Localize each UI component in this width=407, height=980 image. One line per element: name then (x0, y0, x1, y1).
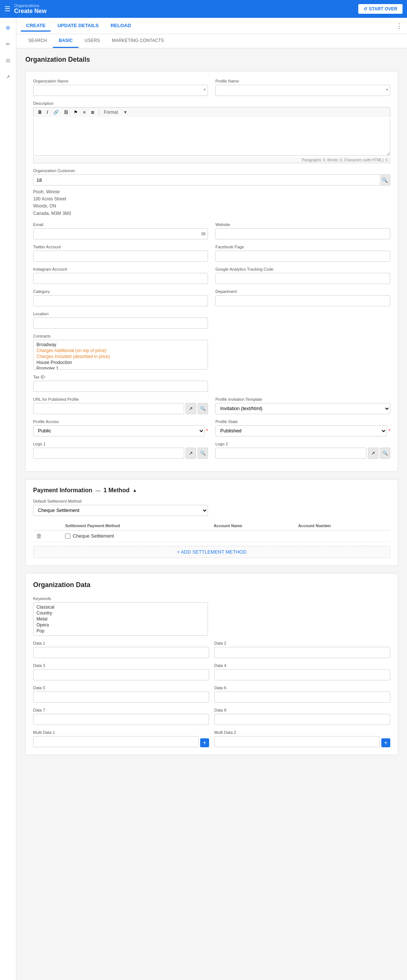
data5-input[interactable] (33, 692, 209, 703)
toolbar-separator (99, 109, 99, 115)
data6-input[interactable] (214, 692, 390, 703)
reload-button[interactable]: RELOAD (105, 21, 136, 32)
data8-input[interactable] (214, 714, 390, 725)
department-input[interactable] (215, 295, 390, 306)
email-website-row: Email ✉ Website (33, 222, 390, 239)
org-customer-search-button[interactable]: 🔍 (380, 174, 390, 186)
format-button[interactable]: Format (102, 109, 120, 116)
sidebar-item-grid[interactable]: ⊞ (2, 22, 14, 33)
tab-marketing[interactable]: MARKETING CONTACTS (106, 34, 170, 48)
keyword-pop[interactable]: Pop (37, 628, 204, 634)
contract-item-charges-included[interactable]: Charges Included (absorbed in price) (37, 353, 204, 360)
default-settlement-select[interactable]: Cheque Settlement (33, 505, 208, 516)
tab-basic[interactable]: BASIC (53, 34, 78, 48)
profile-name-label: Profile Name (215, 79, 390, 83)
profile-invitation-select[interactable]: Invitation (text/html) (215, 403, 390, 414)
description-textarea[interactable] (33, 119, 390, 156)
data2-input[interactable] (214, 647, 390, 658)
tax-id-label: Tax ID (33, 375, 208, 379)
profile-state-select[interactable]: Published (215, 425, 387, 436)
tax-id-input[interactable] (33, 381, 208, 392)
list-unordered-button[interactable]: ≣ (89, 109, 96, 116)
italic-button[interactable]: I (45, 109, 50, 116)
keyword-classical[interactable]: Classical (37, 604, 204, 610)
more-options-icon[interactable]: ⋮ (396, 22, 402, 30)
add-settlement-method-button[interactable]: + ADD SETTLEMENT METHOD (33, 546, 390, 558)
profile-name-input[interactable] (215, 85, 390, 96)
contracts-list[interactable]: Broadway Charges Additional (on top of p… (33, 340, 208, 369)
email-input[interactable] (33, 228, 208, 239)
logo2-open-button[interactable]: ↗ (368, 448, 378, 459)
multi-data2-input[interactable] (214, 736, 380, 747)
sidebar-item-pencil[interactable]: ✏ (2, 38, 14, 50)
multi-data2-group: Multi Data 2 + (214, 730, 390, 747)
format-arrow[interactable]: ▼ (121, 109, 129, 116)
bold-button[interactable]: B (37, 109, 43, 116)
google-analytics-input[interactable] (215, 273, 390, 284)
delete-row-button[interactable]: 🗑 (36, 533, 42, 539)
email-icon: ✉ (201, 231, 206, 237)
multi-data1-input[interactable] (33, 736, 199, 747)
tab-users[interactable]: USERS (78, 34, 106, 48)
logo1-search-button[interactable]: 🔍 (198, 448, 208, 459)
contract-item-charges-additional[interactable]: Charges Additional (on top of price) (37, 348, 204, 353)
update-details-button[interactable]: UPDATE DETAILS (52, 21, 104, 32)
logo2-input[interactable] (215, 448, 366, 459)
method-checkbox[interactable] (65, 533, 70, 539)
create-button[interactable]: CREATE (21, 21, 51, 32)
tab-search[interactable]: SEARCH (22, 34, 53, 48)
multi-data1-add-button[interactable]: + (200, 738, 209, 747)
org-name-label: Organization Name (33, 79, 208, 83)
website-input[interactable] (215, 228, 390, 239)
profile-invitation-label: Profile Invitation Template (215, 397, 390, 401)
tab-bar: SEARCH BASIC USERS MARKETING CONTACTS (16, 34, 407, 48)
sidebar-item-export[interactable]: ↗ (2, 71, 14, 83)
twitter-input[interactable] (33, 251, 208, 262)
url-published-input[interactable] (33, 403, 184, 414)
profile-access-select[interactable]: Public (33, 425, 204, 436)
logo2-search-button[interactable]: 🔍 (380, 448, 390, 459)
contract-item-promoter[interactable]: Promoter 1 (37, 366, 204, 369)
department-label: Department (215, 289, 390, 294)
link-button[interactable]: 🔗 (51, 109, 61, 116)
keywords-list[interactable]: Classical Country Metal Opera Pop (33, 602, 208, 636)
data3-input[interactable] (33, 669, 209, 680)
multi-data2-add-button[interactable]: + (381, 738, 390, 747)
logo1-input[interactable] (33, 448, 184, 459)
data1-label: Data 1 (33, 641, 209, 645)
data7-input[interactable] (33, 714, 209, 725)
top-bar: ☰ Organizations Create New ↺ START OVER (0, 0, 407, 18)
contract-item-broadway[interactable]: Broadway (37, 342, 204, 348)
category-input[interactable] (33, 295, 208, 306)
instagram-input[interactable] (33, 273, 208, 284)
data4-input[interactable] (214, 669, 390, 680)
contract-item-house[interactable]: House Production (37, 360, 204, 366)
org-name-input[interactable] (33, 85, 208, 96)
keyword-metal[interactable]: Metal (37, 616, 204, 622)
data1-input[interactable] (33, 647, 209, 658)
payment-collapse-icon[interactable]: ▲ (132, 488, 137, 493)
list-ordered-button[interactable]: ≡ (81, 109, 88, 116)
logo-row: Logo 1 ↗ 🔍 Logo 2 ↗ (33, 442, 390, 459)
flag-button[interactable]: ⚑ (72, 109, 80, 116)
website-label: Website (215, 222, 390, 227)
location-input[interactable] (33, 318, 208, 329)
org-customer-input[interactable] (33, 174, 390, 186)
google-analytics-group: Google Analytics Tracking Code (215, 267, 390, 284)
category-label: Category (33, 289, 208, 294)
keyword-opera[interactable]: Opera (37, 622, 204, 628)
unlink-button[interactable]: ⛓ (62, 109, 70, 116)
department-group: Department (215, 289, 390, 306)
logo1-open-button[interactable]: ↗ (186, 448, 196, 459)
logo1-input-wrapper: ↗ 🔍 (33, 448, 208, 459)
url-published-open-button[interactable]: ↗ (186, 403, 196, 414)
sidebar-item-scale[interactable]: ⚖ (2, 54, 14, 66)
facebook-input[interactable] (215, 251, 390, 262)
menu-icon[interactable]: ☰ (5, 5, 10, 13)
keyword-country[interactable]: Country (37, 610, 204, 616)
profile-name-required: * (386, 88, 388, 93)
url-published-search-button[interactable]: 🔍 (198, 403, 208, 414)
profile-name-input-wrapper: * (215, 85, 390, 96)
google-analytics-label: Google Analytics Tracking Code (215, 267, 390, 271)
start-over-button[interactable]: ↺ START OVER (358, 4, 402, 14)
